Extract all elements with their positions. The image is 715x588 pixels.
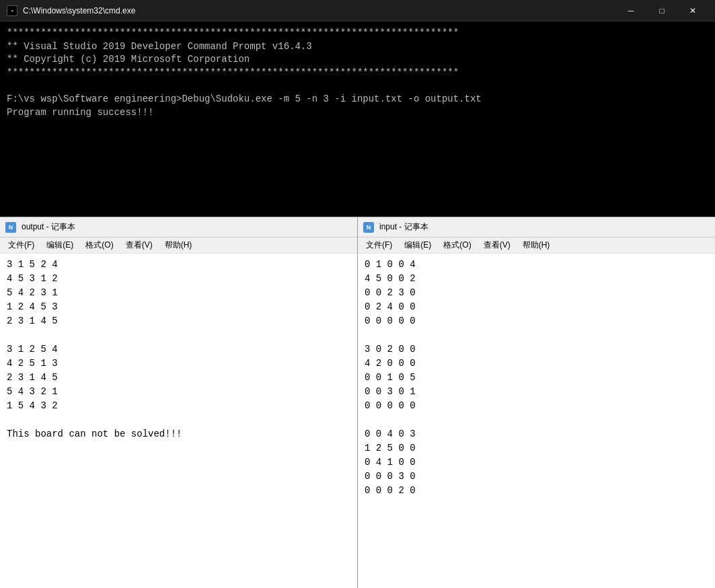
input-menu-view[interactable]: 查看(V) [478,238,516,252]
titlebar: ▪ C:\Windows\system32\cmd.exe ─ □ ✕ [0,0,715,22]
output-notepad-icon: N [5,222,16,233]
output-notepad-pane: N output - 记事本 文件(F) 编辑(E) 格式(O) 查看(V) 帮… [0,217,358,588]
titlebar-left: ▪ C:\Windows\system32\cmd.exe [7,5,135,16]
cmd-icon: ▪ [7,5,17,16]
notepad-split: N output - 记事本 文件(F) 编辑(E) 格式(O) 查看(V) 帮… [0,217,715,588]
input-menu-format[interactable]: 格式(O) [438,238,476,252]
input-menu-edit[interactable]: 编辑(E) [399,238,437,252]
input-icon-letter: N [367,224,371,231]
cmd-output: ****************************************… [0,22,715,217]
output-menu-help[interactable]: 帮助(H) [159,238,198,252]
restore-button[interactable]: □ [646,0,677,22]
input-notepad-menubar: 文件(F) 编辑(E) 格式(O) 查看(V) 帮助(H) [358,237,715,254]
output-notepad-title: output - 记事本 [22,221,75,233]
output-menu-file[interactable]: 文件(F) [3,238,40,252]
input-menu-file[interactable]: 文件(F) [361,238,398,252]
output-icon-letter: N [9,224,13,231]
input-notepad-pane: N input - 记事本 文件(F) 编辑(E) 格式(O) 查看(V) 帮助… [358,217,715,588]
input-notepad-titlebar: N input - 记事本 [358,217,715,237]
output-notepad-menubar: 文件(F) 编辑(E) 格式(O) 查看(V) 帮助(H) [0,237,357,254]
output-notepad-content[interactable]: 3 1 5 2 4 4 5 3 1 2 5 4 2 3 1 1 2 4 5 3 … [0,254,357,588]
minimize-button[interactable]: ─ [615,0,646,22]
close-button[interactable]: ✕ [677,0,708,22]
input-notepad-content[interactable]: 0 1 0 0 4 4 5 0 0 2 0 0 2 3 0 0 2 4 0 0 … [358,254,715,588]
output-menu-edit[interactable]: 编辑(E) [41,238,79,252]
output-menu-view[interactable]: 查看(V) [120,238,158,252]
titlebar-controls: ─ □ ✕ [615,0,708,22]
input-notepad-icon: N [363,222,374,233]
output-menu-format[interactable]: 格式(O) [80,238,118,252]
titlebar-title: C:\Windows\system32\cmd.exe [23,6,135,15]
output-notepad-titlebar: N output - 记事本 [0,217,357,237]
input-notepad-title: input - 记事本 [379,221,428,233]
input-menu-help[interactable]: 帮助(H) [517,238,556,252]
